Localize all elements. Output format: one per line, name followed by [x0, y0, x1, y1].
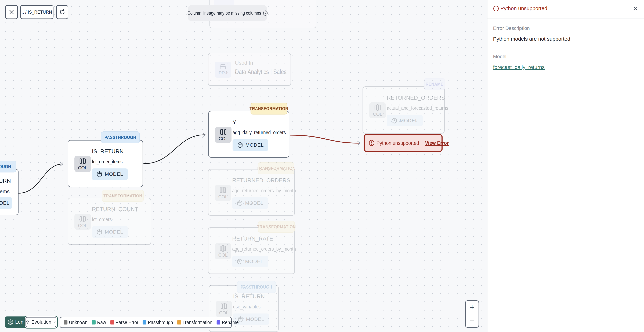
edge-left-to-fct — [18, 164, 62, 193]
legend-item: Transformation — [177, 320, 212, 325]
error-description-label: Error Description — [493, 25, 530, 31]
breadcrumb-label: .. / IS_RETURN — [22, 9, 52, 15]
refresh-button[interactable] — [56, 5, 68, 19]
zoom-out-button[interactable]: − — [466, 314, 478, 328]
zoom-controls: + − — [465, 300, 479, 328]
node-subtitle: fct_order_items — [92, 159, 123, 165]
legend-label: Passthrough — [148, 320, 173, 325]
lineage-canvas[interactable]: eting PRJ Used In Data Analytics | Sales… — [0, 0, 487, 332]
legend-item: Raw — [92, 320, 106, 325]
close-icon — [8, 9, 14, 15]
legend-label: Raw — [97, 320, 106, 325]
legend-label: Rename — [222, 320, 239, 325]
model-pill-label: MODEL — [246, 142, 264, 148]
edge-fct-to-agg — [144, 135, 205, 164]
lens-selected-label: Evolution — [31, 319, 51, 325]
legend-swatch — [64, 320, 68, 325]
lens-select-dropdown[interactable]: Evolution — [26, 317, 56, 327]
error-detail-panel: Python unsupported Error Description Pyt… — [487, 0, 644, 332]
info-icon[interactable] — [263, 10, 268, 16]
node-card-fct-order-items[interactable]: COL IS_RETURN fct_order_items MODEL — [68, 140, 143, 187]
columns-icon — [79, 157, 86, 165]
legend-swatch — [177, 320, 181, 325]
legend-item: Parse Error — [110, 320, 138, 325]
error-chip[interactable]: Python unsupported View Error — [364, 134, 442, 152]
node-card-agg-daily[interactable]: COL Y agg_daily_returned_orders MODEL — [208, 111, 289, 158]
legend-swatch — [217, 320, 220, 325]
badge-label: PASSTHROUGH — [0, 164, 11, 169]
node-subtitle: fct_order_items — [0, 189, 10, 194]
view-error-link[interactable]: View Error — [425, 140, 449, 146]
legend-label: Transformation — [182, 320, 212, 325]
breadcrumb[interactable]: .. / IS_RETURN — [20, 5, 54, 19]
model-pill: MODEL — [232, 139, 268, 151]
panel-header: Python unsupported — [488, 0, 644, 18]
panel-title: Python unsupported — [500, 5, 548, 11]
zoom-in-button[interactable]: + — [466, 301, 478, 314]
legend-item: Rename — [217, 320, 239, 325]
cube-icon — [96, 171, 102, 177]
refresh-icon — [59, 9, 65, 15]
legend-item: Unknown — [64, 320, 88, 325]
model-label: Model — [493, 54, 506, 59]
node-title: IS_RETURN — [0, 178, 11, 184]
model-pill: MODEL — [0, 197, 12, 209]
model-pill-label: MODEL — [0, 200, 10, 206]
node-title: Y — [232, 119, 236, 125]
lens-aperture-icon — [8, 319, 14, 325]
badge-transformation: TRANSFORMATION — [250, 103, 287, 114]
lens-legend: Unknown Raw Parse Error Passthrough Tran… — [60, 317, 232, 328]
model-pill-label: MODEL — [105, 171, 123, 177]
column-chip: COL — [74, 156, 91, 172]
banner-text: Column lineage may be missing columns — [187, 10, 261, 16]
close-lineage-button[interactable] — [5, 5, 18, 19]
badge-label: PASSTHROUGH — [104, 135, 136, 140]
badge-passthrough: PASSTHROUGH — [0, 161, 16, 172]
column-chip: COL — [215, 127, 232, 143]
legend-label: Parse Error — [116, 320, 138, 325]
badge-passthrough: PASSTHROUGH — [101, 131, 140, 143]
layers-icon — [26, 319, 29, 325]
badge-label: TRANSFORMATION — [250, 106, 288, 111]
legend-label: Unknown — [69, 320, 88, 325]
legend-swatch — [92, 320, 96, 325]
error-description-value: Python models are not supported — [493, 36, 570, 42]
legend-item: Passthrough — [143, 320, 173, 325]
alert-circle-icon — [369, 140, 374, 146]
lineage-warning-banner: Column lineage may be missing columns — [188, 5, 267, 21]
panel-close-icon[interactable] — [633, 6, 638, 11]
edge-agg-to-error — [290, 135, 360, 143]
error-chip-text: Python unsupported — [376, 140, 419, 146]
legend-swatch — [143, 320, 146, 325]
legend-swatch — [110, 320, 114, 325]
alert-circle-icon — [493, 5, 499, 11]
node-title: IS_RETURN — [92, 148, 124, 155]
column-chip-label: COL — [78, 165, 87, 171]
cube-icon — [237, 142, 243, 148]
model-link[interactable]: forecast_daily_returns — [493, 64, 544, 70]
model-pill: MODEL — [92, 168, 128, 180]
column-chip-label: COL — [218, 136, 228, 141]
chevron-down-icon — [54, 320, 56, 324]
columns-icon — [220, 128, 226, 136]
node-subtitle: agg_daily_returned_orders — [232, 129, 286, 135]
